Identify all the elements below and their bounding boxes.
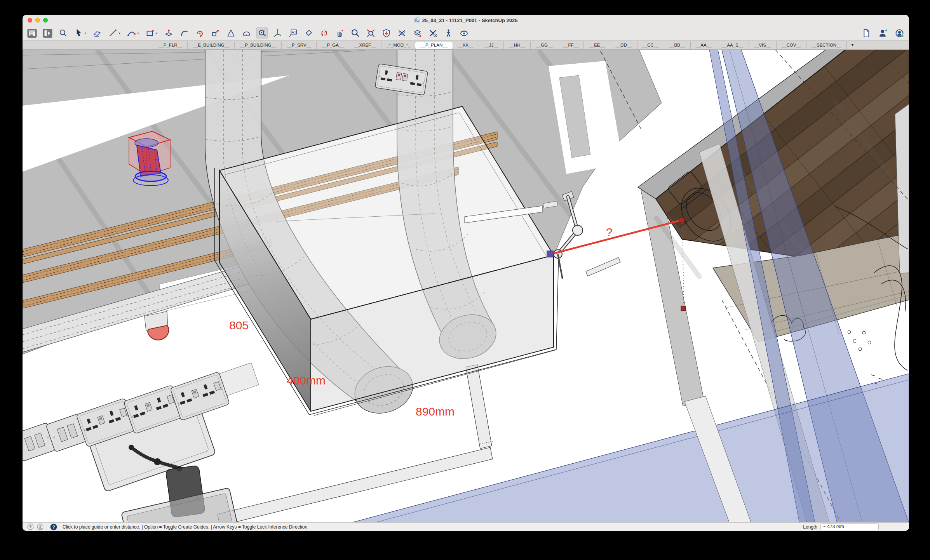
scene-tab-__JJ__[interactable]: __JJ__: [479, 42, 503, 49]
document-proxy-icon: [414, 17, 420, 23]
layers-share-tool-button[interactable]: [412, 27, 423, 39]
scene-tab-__XREF__[interactable]: __XREF__: [349, 42, 381, 49]
layers-share-icon: [413, 28, 422, 38]
guide-point-reference[interactable]: [681, 306, 686, 311]
traffic-lights: [28, 18, 48, 23]
geolocation-status-icon[interactable]: [27, 523, 34, 530]
walk-tool-button[interactable]: [443, 27, 454, 39]
rectangle-icon: [145, 28, 155, 38]
status-bar: ? Click to place guide or enter distance…: [23, 522, 909, 531]
flip-icon: [319, 28, 329, 38]
tape-measure-tool-button[interactable]: [256, 27, 268, 39]
scene-tab-__SECTION__[interactable]: __SECTION__: [806, 42, 846, 49]
eraser-tool-button[interactable]: [92, 27, 103, 39]
scene-tab-__P_GA__[interactable]: __P_GA__: [316, 42, 348, 49]
look-around-tool-button[interactable]: [458, 27, 470, 39]
red-drop-fitting[interactable]: [145, 311, 169, 340]
zoom-extents-tool-button[interactable]: [365, 27, 376, 39]
x-ray-tool-button[interactable]: [396, 27, 408, 39]
toolbar: ▼▼▼▼A1: [23, 26, 909, 40]
scene-tab-__P_PLAN__[interactable]: __P_PLAN__: [415, 42, 453, 49]
tab-overflow-button[interactable]: ▼: [846, 42, 858, 49]
get-models-icon: [381, 28, 391, 38]
arc-tool-button[interactable]: ▼: [126, 27, 140, 39]
guide-point-end[interactable]: [679, 217, 684, 223]
scene-tabs-bar: __P_FLR____E_BUILDING____P_BUILDING____P…: [23, 40, 909, 50]
scale-tool-button[interactable]: [210, 27, 221, 39]
dim-890mm-label[interactable]: 890mm: [416, 405, 455, 418]
paint-bucket-tool-button[interactable]: [303, 27, 314, 39]
rotate-tool-button[interactable]: [194, 27, 206, 39]
blue-section-plane-bottom[interactable]: [350, 374, 909, 522]
wall-sockets-group[interactable]: [23, 363, 259, 522]
rectangle-tool-button[interactable]: ▼: [145, 27, 159, 39]
zoom-tool-button[interactable]: [350, 27, 361, 39]
scene-tab-__P_BUILDING__[interactable]: __P_BUILDING__: [234, 42, 281, 49]
svg-text:?: ?: [52, 525, 55, 529]
scene-tab-__P_FLR__[interactable]: __P_FLR__: [153, 42, 187, 49]
add-account-icon: [878, 28, 888, 38]
protractor-tool-button[interactable]: [241, 27, 252, 39]
extension-settings-tool-button[interactable]: [427, 27, 439, 39]
selected-fitting[interactable]: [129, 131, 170, 186]
close-button[interactable]: [28, 18, 32, 23]
flip-tool-button[interactable]: [319, 27, 330, 39]
scene-tab-__GG__[interactable]: __GG__: [530, 42, 557, 49]
viewport-3d[interactable]: ? 805 400mm 890mm: [23, 50, 909, 522]
scene-tab-__DD__[interactable]: __DD__: [610, 42, 637, 49]
select-tool-button[interactable]: ▼: [73, 27, 87, 39]
toggle-left-tray-icon: [27, 28, 37, 38]
window-title: 25_03_31 - 11121_P001 - SketchUp 2025: [422, 17, 518, 23]
titlebar[interactable]: 25_03_31 - 11121_P001 - SketchUp 2025: [23, 15, 909, 26]
select-dropdown-caret[interactable]: ▼: [84, 32, 87, 35]
scene-tab-__FF__[interactable]: __FF__: [558, 42, 584, 49]
select-icon: [74, 28, 84, 38]
get-models-tool-button[interactable]: [381, 27, 392, 39]
line-dropdown-caret[interactable]: ▼: [118, 32, 121, 35]
scene-tab-__CC__[interactable]: __CC__: [637, 42, 664, 49]
section-plane-tool-button[interactable]: [225, 27, 237, 39]
scene-tab-__E_BUILDING__[interactable]: __E_BUILDING__: [187, 42, 234, 49]
eraser-icon: [92, 28, 102, 38]
profile-status-icon[interactable]: [37, 523, 44, 530]
guide-point-start[interactable]: [547, 251, 553, 257]
pan-icon: [335, 28, 345, 38]
toggle-right-tray-tool-button[interactable]: [42, 27, 53, 39]
pending-dimension-label[interactable]: ?: [606, 226, 613, 238]
dim-400mm-label[interactable]: 400mm: [287, 374, 326, 387]
scene-tab-_*_MOD_*_[interactable]: _*_MOD_*_: [381, 42, 415, 49]
scene-tab-__HH__[interactable]: __HH__: [503, 42, 530, 49]
toggle-left-tray-tool-button[interactable]: [26, 27, 38, 39]
new-document-tool-button[interactable]: [860, 27, 872, 39]
scene-tab-__P_SRV__[interactable]: __P_SRV__: [281, 42, 316, 49]
minimize-button[interactable]: [35, 18, 40, 23]
pan-tool-button[interactable]: [334, 27, 345, 39]
arc-dropdown-caret[interactable]: ▼: [137, 32, 139, 35]
push-pull-tool-button[interactable]: [163, 27, 174, 39]
dim-805-label[interactable]: 805: [229, 319, 249, 332]
account-tool-button[interactable]: [894, 27, 905, 39]
add-account-tool-button[interactable]: [877, 27, 888, 39]
follow-me-tool-button[interactable]: [179, 27, 190, 39]
arc-icon: [127, 28, 136, 38]
scene-tab-__AA_S__[interactable]: __AA_S__: [717, 42, 749, 49]
line-tool-button[interactable]: ▼: [107, 27, 122, 39]
scene-tab-__BB__[interactable]: __BB__: [664, 42, 690, 49]
scene-tab-__COV__[interactable]: __COV__: [776, 42, 806, 49]
scene-tab-__VIS__[interactable]: __VIS__: [749, 42, 776, 49]
scene-tab-__AA__[interactable]: __AA__: [690, 42, 717, 49]
measurements-box[interactable]: ~ 473 mm: [820, 523, 879, 530]
axes-tool-button[interactable]: [272, 27, 283, 39]
new-document-icon: [861, 28, 871, 38]
text-label-tool-button[interactable]: A1: [287, 27, 299, 39]
rectangle-dropdown-caret[interactable]: ▼: [155, 32, 158, 35]
scene-tab-__EE__[interactable]: __EE__: [583, 42, 610, 49]
scene-tab-__KK__[interactable]: __KK__: [453, 42, 479, 49]
help-icon[interactable]: ?: [50, 523, 57, 530]
search-tool-button[interactable]: [57, 27, 69, 39]
status-message: Click to place guide or enter distance. …: [63, 524, 308, 530]
double-socket-plate[interactable]: [170, 372, 230, 421]
scale-icon: [211, 28, 220, 38]
tape-measure-icon: [257, 28, 267, 38]
zoom-button[interactable]: [43, 18, 48, 23]
